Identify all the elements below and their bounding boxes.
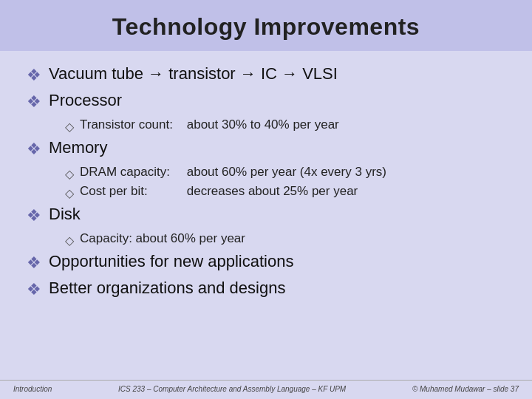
title-bar: Technology Improvements [0,0,532,51]
sub-diamond-icon-4: ◇ [65,233,74,248]
sub-diamond-icon-1: ◇ [65,120,74,134]
bullet-processor-text: Processor [49,91,122,110]
bullet-memory: ❖ Memory [27,138,505,159]
diamond-icon-4: ❖ [27,206,41,225]
footer-left: Introduction [13,385,52,393]
sub-capacity: ◇ Capacity: about 60% per year [65,231,505,248]
bullet-memory-text: Memory [49,138,107,157]
sub-cost-text: Cost per bit: decreases about 25% per ye… [80,184,358,199]
bullet-disk-text: Disk [49,205,81,224]
diamond-icon-2: ❖ [27,92,41,112]
bullet-processor: ❖ Processor [27,91,505,112]
sub-dram-detail: about 60% per year (4x every 3 yrs) [183,165,386,179]
sub-cost-detail: decreases about 25% per year [183,184,358,198]
sub-cost-label: Cost per bit: [80,184,183,199]
bullet-opportunities: ❖ Opportunities for new applications [27,252,505,273]
sub-transistor-label: Transistor count: [80,117,183,132]
bullet-vacuum: ❖ Vacuum tube → transistor → IC → VLSI [27,64,505,85]
footer-right: © Muhamed Mudawar – slide 37 [412,385,519,393]
slide: Technology Improvements ❖ Vacuum tube → … [0,0,532,399]
bullet-better-text: Better organizations and designs [49,279,285,298]
sub-dram-label: DRAM capacity: [80,165,183,180]
diamond-icon-5: ❖ [27,253,41,273]
sub-transistor-text: Transistor count: about 30% to 40% per y… [80,117,339,132]
sub-dram: ◇ DRAM capacity: about 60% per year (4x … [65,165,505,181]
sub-capacity-label: Capacity: about 60% per year [80,231,245,246]
sub-capacity-text: Capacity: about 60% per year [80,231,245,246]
sub-cost: ◇ Cost per bit: decreases about 25% per … [65,184,505,200]
diamond-icon-6: ❖ [27,280,41,299]
sub-transistor: ◇ Transistor count: about 30% to 40% per… [65,117,505,134]
sub-dram-text: DRAM capacity: about 60% per year (4x ev… [80,165,386,180]
slide-title: Technology Improvements [22,13,510,41]
slide-footer: Introduction ICS 233 – Computer Architec… [0,380,532,399]
slide-content: ❖ Vacuum tube → transistor → IC → VLSI ❖… [0,51,532,380]
bullet-opportunities-text: Opportunities for new applications [49,252,293,271]
diamond-icon-3: ❖ [27,140,41,159]
sub-diamond-icon-3: ◇ [65,186,74,200]
bullet-better: ❖ Better organizations and designs [27,279,505,299]
sub-transistor-detail: about 30% to 40% per year [183,117,339,132]
bullet-disk: ❖ Disk [27,205,505,225]
footer-center: ICS 233 – Computer Architecture and Asse… [118,385,346,393]
bullet-vacuum-text: Vacuum tube → transistor → IC → VLSI [49,64,338,83]
sub-diamond-icon-2: ◇ [65,167,74,181]
diamond-icon-1: ❖ [27,66,41,85]
